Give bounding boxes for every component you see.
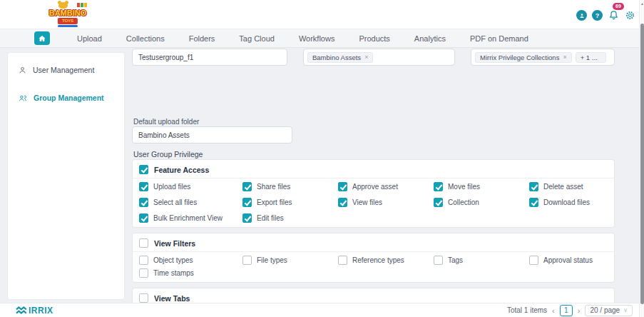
checkbox-item[interactable]: Approval status [529, 256, 608, 265]
group-name-input[interactable] [132, 49, 287, 66]
checkbox-grid: Upload files Share files Approve asset [133, 178, 614, 227]
checkbox-label: Reference types [352, 256, 404, 264]
checkbox-box[interactable] [434, 198, 443, 207]
section-header[interactable]: Feature Access [133, 160, 614, 178]
brand-text: IRRIX [29, 306, 53, 316]
chip[interactable]: Mirrix Privilege Collections × [475, 52, 572, 63]
checkbox-box[interactable] [242, 182, 252, 191]
section-view-filters: View Filters Object types File types [132, 233, 615, 283]
checkbox-item[interactable]: Time stamps [139, 268, 242, 278]
page-size-select[interactable]: 20 / page ∨ [585, 305, 633, 316]
checkbox-box[interactable] [139, 256, 148, 265]
checkbox-label: Time stamps [153, 269, 194, 277]
logo-text: BAMBINO [39, 9, 96, 17]
sidebar-item-user-management[interactable]: User Management [8, 63, 124, 77]
checkbox-box[interactable] [242, 198, 252, 207]
chip-label: + 1 ... [581, 54, 598, 61]
section-feature-access: Feature Access Upload files Share files [132, 159, 615, 228]
chip[interactable]: + 1 ... [576, 52, 606, 63]
checkbox-item[interactable]: View files [338, 198, 434, 207]
collections-select[interactable]: Mirrix Privilege Collections × + 1 ... [471, 49, 615, 66]
checkbox-item[interactable]: File types [242, 256, 338, 265]
notifications-bell-icon[interactable]: 69 [608, 9, 620, 21]
checkbox-box[interactable] [529, 182, 538, 191]
checkbox-item[interactable]: Download files [529, 198, 608, 207]
checkbox-item[interactable]: Approve asset [338, 182, 434, 191]
checkbox-item[interactable]: Collection [434, 198, 529, 207]
checkbox-label: Download files [543, 198, 590, 206]
checkbox-box[interactable] [434, 182, 443, 191]
checkbox-item[interactable]: Move files [434, 182, 529, 191]
chip[interactable]: Bambino Assets × [307, 52, 373, 63]
top-bar: BAMBINO TOYS ? 69 [0, 0, 644, 29]
checkbox-item[interactable]: Reference types [338, 256, 434, 265]
nav-item[interactable]: Workflows [299, 34, 335, 43]
user-icon [18, 66, 27, 75]
checkbox-item[interactable]: Tags [434, 256, 529, 265]
checkbox-label: Bulk Enrichment View [153, 214, 223, 222]
checkbox-label: Object types [153, 256, 193, 264]
nav-item[interactable]: Analytics [414, 34, 446, 43]
scrollbar-thumb[interactable] [640, 24, 644, 304]
checkbox-box[interactable] [139, 182, 148, 191]
nav-item[interactable]: Folders [189, 34, 215, 43]
checkbox-box[interactable] [139, 165, 148, 174]
checkbox-box[interactable] [338, 182, 347, 191]
checkbox-item[interactable]: Edit files [242, 213, 338, 223]
checkbox-item[interactable]: Object types [139, 256, 242, 265]
page-size-value: 20 / page [590, 306, 620, 314]
checkbox-item[interactable]: Select all files [139, 198, 242, 207]
main-nav: Upload Collections Folders Tag Cloud Wor… [0, 29, 644, 48]
checkbox-box[interactable] [139, 213, 148, 223]
checkbox-box[interactable] [139, 198, 148, 207]
nav-item[interactable]: Products [359, 34, 389, 43]
sidebar-item-label: User Management [33, 66, 94, 74]
scroll-up-icon[interactable]: ▲ [640, 1, 644, 6]
checkbox-item[interactable]: Delete asset [529, 182, 608, 191]
current-page-button[interactable]: 1 [560, 305, 573, 316]
home-icon[interactable] [34, 31, 50, 45]
checkbox-box[interactable] [434, 256, 443, 265]
checkbox-box[interactable] [139, 238, 148, 248]
checkbox-box[interactable] [338, 198, 347, 207]
pagination: Total 1 items ‹ 1 › 20 / page ∨ [507, 305, 633, 316]
footer: IRRIX Total 1 items ‹ 1 › 20 / page ∨ [0, 303, 644, 317]
checkbox-item[interactable]: Upload files [139, 182, 242, 191]
checkbox-box[interactable] [242, 213, 252, 223]
help-icon[interactable]: ? [592, 10, 603, 21]
checkbox-box[interactable] [242, 256, 252, 265]
checkbox-item[interactable]: Share files [242, 182, 338, 191]
user-avatar-icon[interactable] [576, 10, 587, 21]
group-icon [18, 94, 28, 103]
chip-remove-icon[interactable]: × [563, 54, 566, 61]
checkbox-item[interactable]: Bulk Enrichment View [139, 213, 242, 223]
checkbox-box[interactable] [529, 256, 538, 265]
checkbox-grid: Object types File types Reference types [133, 252, 614, 282]
default-upload-folder-input[interactable] [132, 126, 292, 144]
vertical-scrollbar[interactable]: ▲ [639, 0, 644, 317]
total-items-label: Total 1 items [507, 306, 547, 314]
nav-item[interactable]: PDF on Demand [470, 34, 528, 43]
checkbox-item[interactable]: Export files [242, 198, 338, 207]
checkbox-label: Select all files [153, 198, 197, 206]
checkbox-box[interactable] [139, 268, 148, 278]
nav-item[interactable]: Tag Cloud [239, 34, 275, 43]
checkbox-label: Tags [448, 256, 463, 264]
chip-label: Bambino Assets [312, 54, 361, 61]
assets-select[interactable]: Bambino Assets × [303, 49, 455, 66]
chip-remove-icon[interactable]: × [364, 54, 368, 61]
next-page-icon[interactable]: › [578, 306, 581, 315]
sidebar-item-group-management[interactable]: Group Management [8, 91, 124, 105]
section-title: View Filters [154, 239, 195, 248]
checkbox-box[interactable] [139, 293, 148, 303]
prev-page-icon[interactable]: ‹ [552, 306, 555, 315]
nav-item[interactable]: Upload [77, 34, 102, 43]
checkbox-box[interactable] [529, 198, 538, 207]
content-area: Bambino Assets × Mirrix Privilege Collec… [132, 48, 615, 303]
checkbox-label: Share files [257, 183, 290, 191]
nav-item[interactable]: Collections [126, 34, 165, 43]
checkbox-box[interactable] [338, 256, 347, 265]
settings-gear-icon[interactable] [625, 10, 635, 21]
logo-sub-text: TOYS [58, 18, 78, 24]
section-header[interactable]: View Filters [133, 233, 614, 252]
